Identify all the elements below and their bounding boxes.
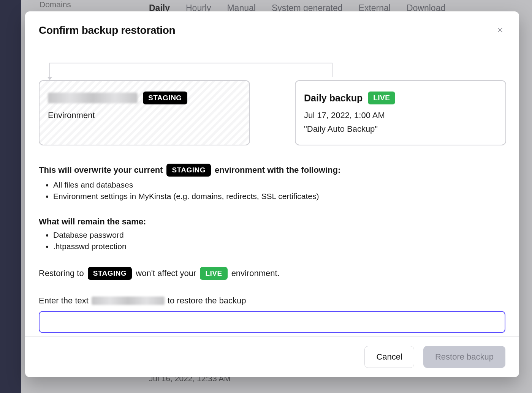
live-badge: LIVE	[368, 92, 395, 104]
modal-footer: Cancel Restore backup	[25, 336, 519, 377]
note-suffix: environment.	[231, 268, 280, 278]
source-title: Daily backup	[304, 93, 363, 104]
modal-header: Confirm backup restoration	[25, 11, 519, 48]
live-badge-note: LIVE	[200, 267, 227, 280]
overwrite-suffix: environment with the following:	[215, 165, 340, 175]
destination-env-card: ████████ ██████ STAGING Environment	[39, 80, 250, 145]
cancel-button[interactable]: Cancel	[364, 346, 414, 368]
flow-arrow-icon	[49, 63, 332, 77]
overwrite-prefix: This will overwrite your current	[39, 165, 163, 175]
staging-badge: STAGING	[143, 92, 187, 104]
remain-heading: What will remain the same:	[39, 217, 505, 227]
destination-label: Environment	[48, 110, 241, 120]
staging-badge-inline: STAGING	[166, 164, 211, 177]
modal-title: Confirm backup restoration	[39, 24, 175, 36]
close-icon	[497, 27, 504, 35]
overwrite-item: Environment settings in MyKinsta (e.g. d…	[53, 192, 505, 201]
modal-body: ████████ ██████ STAGING Environment Dail…	[25, 48, 519, 336]
staging-badge-note: STAGING	[88, 267, 132, 280]
confirm-label: Enter the text "████████ ██████" to rest…	[39, 296, 505, 306]
overwrite-list: All files and databases Environment sett…	[39, 180, 505, 201]
confirm-required-text: "████████ ██████"	[92, 297, 165, 305]
remain-list: Database password .htpasswd protection	[39, 230, 505, 251]
flow-diagram	[39, 63, 505, 80]
remain-item: .htpasswd protection	[53, 242, 505, 251]
remain-item: Database password	[53, 230, 505, 240]
overwrite-item: All files and databases	[53, 180, 505, 189]
confirm-suffix: to restore the backup	[168, 296, 246, 306]
overwrite-warning: This will overwrite your current STAGING…	[39, 164, 505, 177]
close-button[interactable]	[495, 25, 505, 36]
restore-note: Restoring to STAGING won't affect your L…	[39, 267, 505, 280]
source-backup-name: "Daily Auto Backup"	[304, 124, 497, 134]
note-middle: won't affect your	[136, 268, 196, 278]
env-cards-row: ████████ ██████ STAGING Environment Dail…	[39, 80, 505, 145]
confirm-restore-modal: Confirm backup restoration ████████	[25, 11, 519, 377]
confirm-prefix: Enter the text	[39, 296, 89, 306]
note-prefix: Restoring to	[39, 268, 84, 278]
restore-backup-button[interactable]: Restore backup	[423, 346, 505, 368]
destination-site-name: ████████ ██████	[48, 93, 138, 103]
source-backup-card: Daily backup LIVE Jul 17, 2022, 1:00 AM …	[295, 80, 506, 145]
source-timestamp: Jul 17, 2022, 1:00 AM	[304, 110, 497, 120]
